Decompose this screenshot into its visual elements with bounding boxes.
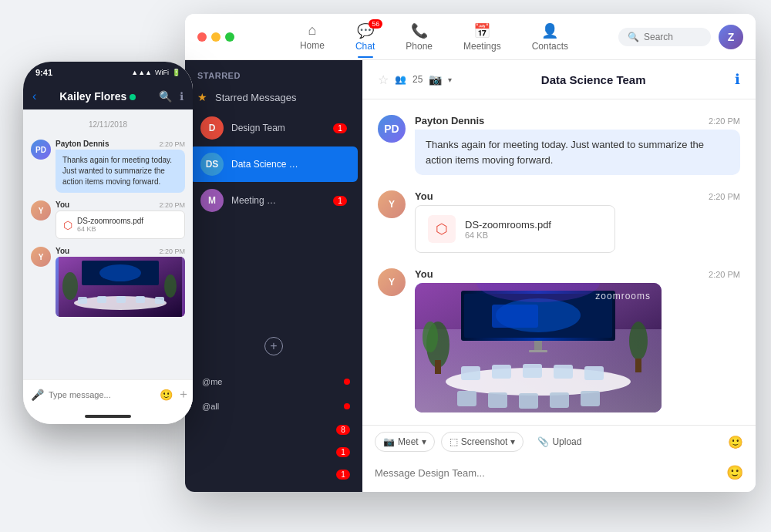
phone-sender-3: You — [56, 247, 69, 255]
phone-icon: 📞 — [411, 22, 428, 39]
phone-message-input[interactable] — [49, 390, 155, 399]
chat-title: Data Science Team — [461, 73, 726, 86]
phone-action-icons: 🔍 ℹ — [159, 90, 183, 103]
wifi-icon: WiFi — [155, 69, 169, 76]
nav-tabs: ⌂ Home 56 💬 Chat 📞 Phone 📅 Meetings 👤 Co… — [250, 18, 618, 56]
message-content-2: You 2:20 PM ⬡ DS-zoomrooms.pdf 64 KB — [415, 190, 740, 253]
svg-rect-13 — [584, 366, 604, 380]
search-icon: 🔍 — [628, 32, 639, 42]
svg-rect-32 — [97, 296, 106, 303]
emoji-toolbar-icon[interactable]: 🙂 — [728, 435, 743, 450]
notif-item-3[interactable]: 1 — [185, 463, 362, 486]
image-placeholder: zoomrooms — [415, 283, 662, 412]
video-icon[interactable]: 📷 — [429, 73, 442, 86]
title-bar: ⌂ Home 56 💬 Chat 📞 Phone 📅 Meetings 👤 Co… — [185, 14, 756, 60]
phone-message-row-1: PD Payton Dennis 2:20 PM Thanks again fo… — [31, 140, 185, 193]
phone-file-size: 64 KB — [77, 225, 143, 233]
add-channel-button[interactable]: + — [264, 337, 283, 355]
screenshot-chevron-icon: ▾ — [510, 436, 515, 447]
mention-me-item[interactable]: @me — [185, 369, 362, 394]
search-input[interactable] — [644, 32, 705, 42]
channel-item-meeting[interactable]: M Meeting … 1 — [190, 183, 358, 218]
phone-payton-avatar: PD — [31, 140, 51, 160]
phone-message-row-3: Y You 2:20 PM — [31, 247, 185, 317]
svg-rect-33 — [116, 296, 126, 303]
svg-rect-12 — [554, 365, 573, 379]
tab-home[interactable]: ⌂ Home — [288, 18, 337, 56]
tab-phone-label: Phone — [406, 41, 433, 52]
phone-file-attachment[interactable]: ⬡ DS-zoomrooms.pdf 64 KB — [56, 210, 185, 239]
search-bar[interactable]: 🔍 — [618, 28, 711, 46]
window-controls — [197, 32, 234, 42]
phone-search-icon[interactable]: 🔍 — [159, 90, 172, 103]
phone-sender-1: Payton Dennis — [56, 140, 109, 148]
phone-you-avatar-2: Y — [31, 247, 51, 267]
back-button[interactable]: ‹ — [32, 89, 36, 103]
mention-all-dot — [344, 403, 350, 409]
phone-emoji-button[interactable]: 🙂 — [160, 389, 173, 401]
tab-contacts[interactable]: 👤 Contacts — [520, 18, 581, 56]
svg-rect-16 — [519, 393, 538, 409]
channel-badge-design: 1 — [333, 123, 347, 133]
svg-point-29 — [164, 274, 177, 298]
channel-label-ds: Data Science … — [231, 159, 347, 170]
phone-time-3: 2:20 PM — [159, 247, 185, 255]
meet-chevron-icon: ▾ — [422, 436, 426, 447]
close-button[interactable] — [197, 32, 207, 42]
notif-item-2[interactable]: 1 — [185, 441, 362, 463]
svg-rect-18 — [581, 391, 600, 406]
chevron-down-icon[interactable]: ▾ — [448, 76, 452, 84]
tab-contacts-label: Contacts — [532, 41, 568, 52]
upload-button[interactable]: 📎 Upload — [530, 433, 589, 451]
notif-badge-1: 8 — [336, 425, 350, 435]
screenshot-button[interactable]: ⬚ Screenshot ▾ — [441, 432, 524, 452]
svg-rect-23 — [635, 359, 641, 372]
svg-rect-14 — [457, 391, 476, 406]
message-sender-row-3: You 2:20 PM — [415, 268, 740, 280]
svg-rect-9 — [461, 366, 480, 380]
phone-add-button[interactable]: ＋ — [177, 386, 190, 402]
minimize-button[interactable] — [211, 32, 221, 42]
phone-input-area: 🎤 🙂 ＋ — [23, 379, 193, 409]
tab-phone[interactable]: 📞 Phone — [393, 18, 445, 56]
phone-time-1: 2:20 PM — [159, 140, 185, 148]
file-size: 64 KB — [465, 231, 551, 240]
phone-info-icon[interactable]: ℹ — [180, 90, 183, 103]
svg-rect-10 — [492, 365, 511, 379]
mention-me-dot — [344, 379, 350, 385]
emoji-button[interactable]: 🙂 — [726, 464, 743, 481]
tab-chat[interactable]: 56 💬 Chat — [343, 18, 387, 56]
channel-badge-meeting: 1 — [333, 196, 347, 206]
phone-image-attachment[interactable] — [56, 257, 185, 317]
you-avatar-1: Y — [378, 190, 406, 218]
svg-rect-31 — [78, 297, 87, 304]
user-avatar[interactable]: Z — [719, 25, 743, 49]
microphone-icon[interactable]: 🎤 — [31, 389, 44, 401]
tab-meetings[interactable]: 📅 Meetings — [451, 18, 513, 56]
phone-sender-2: You — [56, 200, 69, 209]
svg-rect-17 — [550, 392, 569, 408]
svg-point-22 — [629, 322, 648, 360]
file-attachment[interactable]: ⬡ DS-zoomrooms.pdf 64 KB — [415, 205, 615, 253]
contact-name-text: Kailey Flores — [59, 90, 126, 103]
chat-header-left-icons: ☆ 👥 25 📷 ▾ — [378, 72, 452, 87]
phone-message-row-2: Y You 2:20 PM ⬡ DS-zoomrooms.pdf 64 KB — [31, 200, 185, 239]
chat-header: ☆ 👥 25 📷 ▾ Data Science Team ℹ — [362, 60, 756, 99]
channel-item-design[interactable]: D Design Team 1 — [190, 110, 358, 146]
chat-input-area: 🙂 — [362, 458, 756, 492]
starred-messages-item[interactable]: ★ Starred Messages — [185, 85, 362, 109]
info-icon[interactable]: ℹ — [735, 71, 740, 88]
star-chat-icon[interactable]: ☆ — [378, 72, 389, 87]
maximize-button[interactable] — [225, 32, 234, 42]
mention-all-item[interactable]: @all — [185, 394, 362, 419]
chat-input[interactable] — [375, 467, 720, 479]
message-sender-row-1: Payton Dennis 2:20 PM — [415, 115, 740, 126]
zoom-watermark: zoomrooms — [595, 291, 651, 301]
channel-item-data-science[interactable]: DS Data Science … — [190, 146, 358, 182]
tab-meetings-label: Meetings — [463, 41, 501, 52]
meet-button[interactable]: 📷 Meet ▾ — [375, 432, 435, 452]
svg-rect-7 — [529, 350, 547, 352]
image-attachment[interactable]: zoomrooms — [415, 283, 662, 412]
online-indicator — [130, 94, 136, 100]
notif-item-1[interactable]: 8 — [185, 419, 362, 441]
